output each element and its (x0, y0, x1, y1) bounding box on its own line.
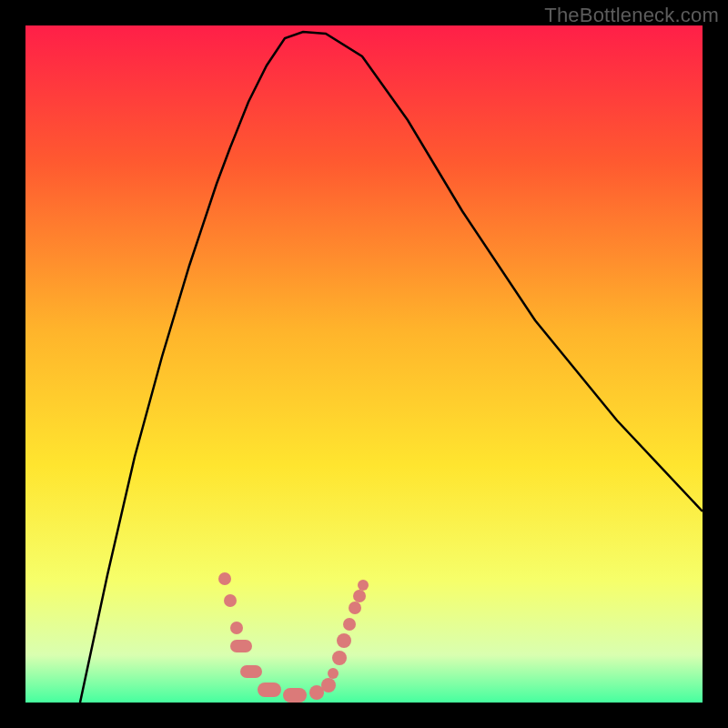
data-marker (218, 572, 231, 585)
data-marker (258, 682, 281, 697)
data-marker (358, 580, 369, 591)
data-marker (343, 618, 356, 631)
bottleneck-curve (25, 25, 703, 703)
data-marker (349, 602, 361, 614)
data-marker (230, 622, 243, 634)
data-marker (321, 678, 336, 693)
watermark-text: TheBottleneck.com (544, 4, 719, 27)
data-marker (332, 651, 347, 665)
data-marker (328, 668, 339, 679)
chart-canvas: TheBottleneck.com (0, 0, 728, 728)
data-marker (230, 640, 251, 652)
data-marker (283, 688, 307, 703)
plot-area (25, 25, 703, 703)
data-marker (240, 665, 261, 678)
data-marker (353, 590, 366, 602)
data-marker (337, 633, 351, 648)
data-marker (224, 594, 237, 607)
